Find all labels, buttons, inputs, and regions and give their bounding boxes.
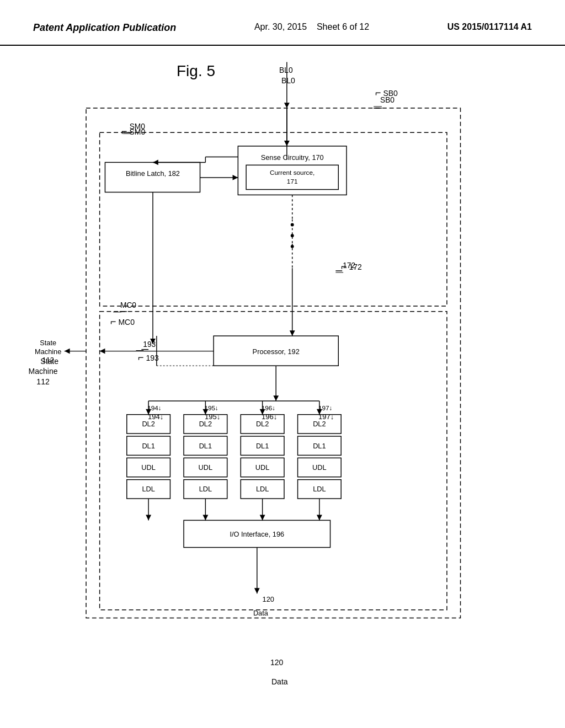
svg-text:DL1: DL1 — [313, 442, 326, 450]
svg-rect-2 — [100, 312, 447, 610]
svg-text:Processor, 192: Processor, 192 — [253, 347, 300, 356]
page: Patent Application Publication Apr. 30, … — [0, 0, 565, 728]
svg-text:Current source,: Current source, — [270, 169, 315, 176]
svg-text:UDL: UDL — [255, 463, 270, 472]
svg-text:UDL: UDL — [312, 463, 327, 472]
patent-number-label: US 2015/0117114 A1 — [447, 22, 532, 32]
svg-text:DL2: DL2 — [199, 420, 212, 428]
svg-text:BL0: BL0 — [279, 66, 293, 74]
svg-marker-31 — [100, 349, 105, 354]
sheet-label: Sheet 6 of 12 — [317, 22, 369, 31]
svg-marker-29 — [290, 330, 295, 336]
svg-marker-81 — [202, 515, 208, 521]
svg-text:Sense Circuitry, 170: Sense Circuitry, 170 — [261, 153, 324, 162]
svg-text:I/O Interface, 196: I/O Interface, 196 — [230, 530, 284, 538]
page-header: Patent Application Publication Apr. 30, … — [0, 0, 565, 46]
svg-text:UDL: UDL — [141, 463, 156, 472]
svg-text:120: 120 — [263, 595, 274, 603]
date-label: Apr. 30, 2015 — [254, 22, 307, 31]
diagram-svg: Bitline Latch, 182 Sense Circuitry, 170 … — [0, 46, 565, 697]
svg-text:196↓: 196↓ — [262, 404, 276, 412]
svg-rect-0 — [86, 108, 461, 618]
svg-text:SM0: SM0 — [130, 122, 146, 131]
svg-text:LDL: LDL — [313, 485, 326, 493]
svg-point-94 — [291, 234, 294, 237]
svg-text:DL2: DL2 — [313, 420, 326, 428]
svg-text:Bitline Latch, 182: Bitline Latch, 182 — [126, 169, 180, 178]
date-sheet-label: Apr. 30, 2015 Sheet 6 of 12 — [254, 22, 369, 32]
svg-text:DL1: DL1 — [256, 442, 269, 450]
svg-text:LDL: LDL — [199, 485, 212, 493]
diagram-area: Fig. 5 BL0 ⌐ SB0 ⌐ SM0 ⌐ MC0 ⌐ 172 ⌐ 193… — [0, 46, 565, 697]
svg-text:172: 172 — [343, 261, 355, 270]
publication-label: Patent Application Publication — [33, 22, 176, 34]
svg-text:171: 171 — [287, 178, 298, 185]
svg-text:SB0: SB0 — [380, 96, 395, 104]
svg-marker-79 — [146, 515, 151, 521]
svg-text:194↓: 194↓ — [147, 404, 162, 412]
svg-text:MC0: MC0 — [120, 301, 136, 309]
svg-text:DL2: DL2 — [142, 420, 154, 428]
svg-text:193: 193 — [143, 340, 156, 349]
svg-marker-33 — [65, 349, 70, 354]
svg-text:LDL: LDL — [256, 485, 269, 493]
svg-text:LDL: LDL — [142, 485, 154, 493]
svg-marker-36 — [273, 395, 279, 401]
svg-marker-4 — [284, 103, 290, 108]
svg-text:UDL: UDL — [199, 463, 213, 472]
svg-point-93 — [291, 223, 294, 227]
svg-marker-23 — [153, 160, 158, 165]
svg-text:195↓: 195↓ — [204, 404, 218, 412]
svg-text:DL1: DL1 — [199, 442, 212, 450]
svg-text:DL1: DL1 — [142, 442, 154, 450]
svg-text:112: 112 — [42, 356, 54, 364]
svg-text:Machine: Machine — [35, 347, 61, 356]
svg-text:197↓: 197↓ — [318, 404, 333, 412]
svg-text:Data: Data — [253, 609, 269, 617]
svg-marker-85 — [317, 515, 322, 521]
svg-marker-83 — [260, 515, 265, 521]
svg-text:DL2: DL2 — [256, 420, 269, 428]
svg-marker-19 — [233, 175, 238, 180]
svg-text:State: State — [40, 339, 56, 347]
svg-marker-17 — [284, 141, 290, 146]
svg-point-95 — [291, 245, 294, 248]
svg-marker-89 — [254, 588, 260, 593]
